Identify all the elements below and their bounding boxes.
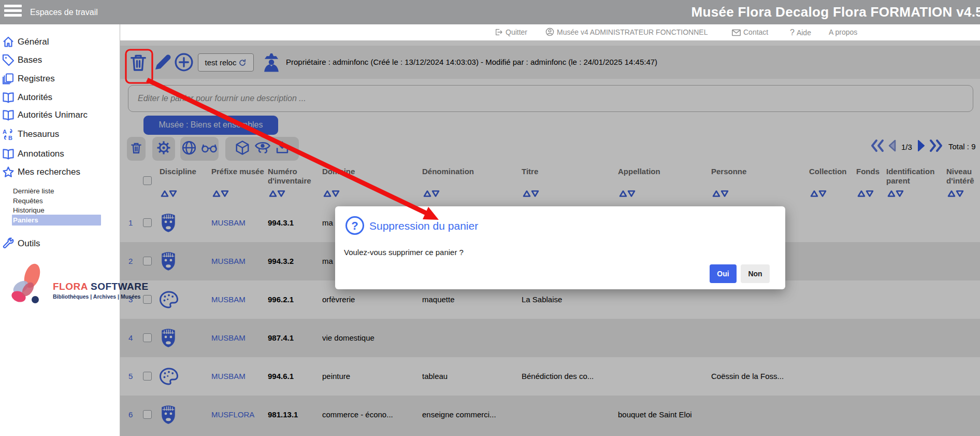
- sidebar-item-autorites-unimarc[interactable]: Autorités Unimarc: [0, 108, 120, 123]
- main-content: test reloc Propriétaire : adminfonc (Cré…: [120, 40, 980, 436]
- column-header-collection[interactable]: Collection: [809, 167, 855, 176]
- sidebar-item-mes-recherches[interactable]: Mes recherches: [0, 165, 120, 180]
- row-number-link[interactable]: 2: [128, 242, 142, 280]
- globe-icon: [181, 140, 197, 158]
- column-header-domaine[interactable]: Domaine: [322, 167, 420, 176]
- quit-button[interactable]: Quitter: [495, 24, 527, 40]
- column-header-numero-inventaire[interactable]: Numéro d'inventaire: [268, 167, 320, 185]
- add-basket-button[interactable]: [174, 52, 194, 73]
- sort-icons-prefixe[interactable]: [212, 190, 229, 200]
- column-header-denomination[interactable]: Dénomination: [422, 167, 518, 176]
- row-checkbox[interactable]: [143, 410, 152, 419]
- select-all-checkbox[interactable]: [143, 176, 152, 185]
- row-number-link[interactable]: 4: [128, 319, 142, 357]
- chevron-right-icon[interactable]: [916, 139, 926, 154]
- settings-button[interactable]: [152, 137, 175, 161]
- sort-icons-domaine[interactable]: [323, 190, 340, 200]
- about-button[interactable]: A propos: [829, 24, 857, 40]
- sort-icons-fonds[interactable]: [857, 190, 874, 200]
- sort-icons-appellation[interactable]: [619, 190, 636, 200]
- sidebar-subitem-derniere-liste[interactable]: Dernière liste: [13, 186, 117, 196]
- row-checkbox[interactable]: [143, 218, 152, 227]
- tab-musee-biens-et-ensembles[interactable]: Musée : Biens et ensembles: [143, 116, 278, 135]
- trash-icon: [129, 140, 143, 157]
- export-view-download-group[interactable]: [225, 137, 299, 161]
- column-header-discipline[interactable]: Discipline: [160, 167, 209, 176]
- basket-name-button[interactable]: test reloc: [198, 53, 254, 72]
- chevron-left-icon[interactable]: [887, 139, 898, 154]
- svg-text:A: A: [3, 129, 7, 135]
- mask-icon[interactable]: [160, 251, 177, 274]
- mask-icon[interactable]: [160, 328, 177, 350]
- sort-icons-discipline[interactable]: [161, 190, 177, 200]
- double-chevron-left-icon[interactable]: [870, 139, 885, 154]
- logo-brand-flora: FLORA: [53, 281, 88, 292]
- sort-icons-denomination[interactable]: [423, 190, 440, 200]
- delete-items-button[interactable]: [127, 137, 146, 161]
- question-circle-icon: ?: [344, 215, 365, 238]
- sidebar-item-registres[interactable]: Registres: [0, 72, 120, 87]
- sidebar-item-annotations[interactable]: Annotations: [0, 147, 120, 162]
- table-row[interactable]: 5 MUSBAM 994.6.1 peinture tableau Bénédi…: [120, 357, 980, 396]
- sidebar-subitem-paniers[interactable]: Paniers: [12, 215, 101, 226]
- mask-icon[interactable]: [160, 213, 177, 235]
- column-header-niveau-interet[interactable]: Niveau d'intérê: [946, 167, 980, 185]
- sort-icons-numero[interactable]: [269, 190, 285, 200]
- numero-inventaire: 981.13.1: [268, 396, 320, 434]
- sidebar-item-general[interactable]: Général: [0, 35, 120, 50]
- prefixe-link[interactable]: MUSBAM: [211, 357, 264, 396]
- spy-icon[interactable]: [262, 52, 282, 73]
- sort-icons-personne[interactable]: [712, 190, 729, 200]
- logo-tagline: Bibliothèques | Archives | Musées: [53, 293, 140, 300]
- sort-icons-collection[interactable]: [810, 190, 827, 200]
- sort-icons-niveau[interactable]: [947, 190, 964, 200]
- double-chevron-right-icon[interactable]: [929, 139, 943, 154]
- numero-inventaire: 994.6.1: [268, 357, 320, 396]
- sidebar-item-bases[interactable]: Bases: [0, 53, 120, 68]
- palette-icon[interactable]: [160, 368, 178, 387]
- column-header-titre[interactable]: Titre: [522, 167, 615, 176]
- sort-icons-titre[interactable]: [523, 190, 539, 200]
- confirm-no-button[interactable]: Non: [741, 264, 770, 283]
- prefixe-link[interactable]: MUSBAM: [211, 204, 264, 242]
- row-checkbox[interactable]: [143, 257, 152, 265]
- palette-icon[interactable]: [160, 291, 178, 311]
- column-header-prefixe-musee[interactable]: Préfixe musée: [211, 167, 264, 176]
- row-number-link[interactable]: 5: [128, 357, 142, 396]
- column-header-identification-parent[interactable]: Identification parent: [886, 167, 945, 185]
- edit-basket-button[interactable]: [153, 52, 174, 73]
- sidebar-item-thesaurus[interactable]: AB Thesaurus: [0, 128, 120, 142]
- row-number-link[interactable]: 1: [128, 204, 142, 242]
- delete-basket-button[interactable]: [128, 52, 149, 73]
- row-checkbox[interactable]: [143, 295, 152, 304]
- publish-view-group[interactable]: [180, 137, 219, 161]
- sidebar-item-outils[interactable]: Outils: [0, 237, 120, 251]
- table-row[interactable]: 6 MUSFLORA 981.13.1 commerce - écono... …: [120, 396, 980, 434]
- hamburger-menu-icon[interactable]: [4, 5, 23, 20]
- help-button[interactable]: ?Aide: [790, 24, 811, 40]
- open-book-icon: [2, 91, 15, 106]
- numero-inventaire: 994.3.2: [268, 242, 320, 280]
- sort-icons-identification[interactable]: [887, 190, 904, 200]
- app-title: Musée Flora Decalog Flora FORMATION v4.5: [691, 0, 980, 24]
- prefixe-link[interactable]: MUSBAM: [211, 319, 264, 357]
- sidebar-subitem-historique[interactable]: Historique: [13, 205, 117, 216]
- row-checkbox[interactable]: [143, 372, 152, 381]
- contact-button[interactable]: Contact: [732, 24, 768, 40]
- column-header-appellation[interactable]: Appellation: [618, 167, 709, 176]
- table-row[interactable]: 4 MUSBAM 987.4.1 vie domestique: [120, 319, 980, 357]
- user-menu[interactable]: Musée v4 ADMINISTRATEUR FONCTIONNEL: [545, 24, 708, 40]
- next-row-edge: [120, 434, 980, 436]
- row-checkbox[interactable]: [143, 333, 152, 342]
- prefixe-link[interactable]: MUSFLORA: [211, 396, 264, 434]
- mask-icon[interactable]: [160, 404, 177, 427]
- sidebar-item-autorites[interactable]: Autorités: [0, 91, 120, 105]
- denomination-value: enseigne commerci...: [422, 396, 518, 434]
- prefixe-link[interactable]: MUSBAM: [211, 242, 264, 280]
- column-header-personne[interactable]: Personne: [711, 167, 806, 176]
- basket-description-input[interactable]: [128, 85, 973, 112]
- confirm-yes-button[interactable]: Oui: [710, 264, 737, 283]
- row-number-link[interactable]: 6: [128, 396, 142, 434]
- prefixe-link[interactable]: MUSBAM: [211, 280, 264, 319]
- column-header-fonds[interactable]: Fonds: [856, 167, 885, 176]
